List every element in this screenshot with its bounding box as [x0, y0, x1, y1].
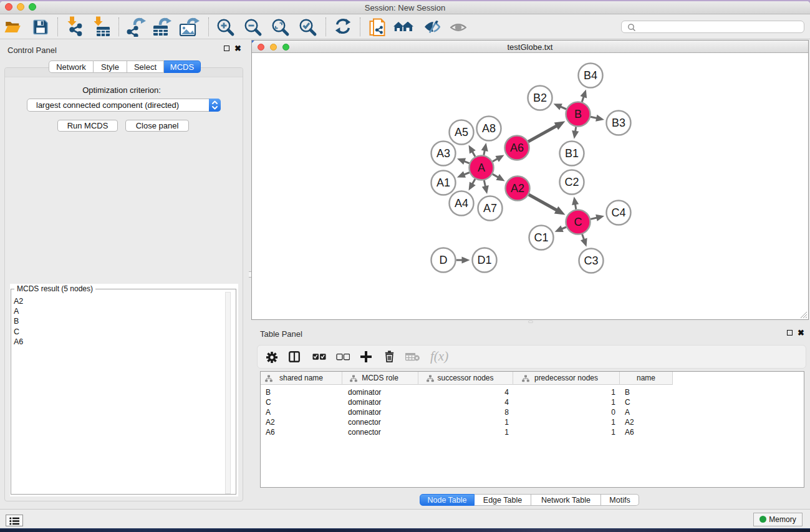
svg-text:A6: A6 — [510, 142, 524, 154]
svg-text:B3: B3 — [612, 117, 625, 129]
svg-text:C: C — [574, 216, 582, 228]
svg-text:A5: A5 — [455, 126, 468, 138]
svg-text:A3: A3 — [436, 147, 450, 160]
svg-text:B1: B1 — [565, 147, 579, 160]
svg-text:B: B — [574, 108, 582, 120]
svg-text:C2: C2 — [564, 176, 579, 188]
svg-text:A4: A4 — [455, 197, 468, 210]
svg-text:D1: D1 — [477, 254, 491, 266]
svg-text:D: D — [440, 254, 448, 266]
svg-text:C4: C4 — [611, 206, 625, 219]
svg-text:A8: A8 — [482, 122, 496, 135]
svg-text:C1: C1 — [534, 231, 548, 244]
svg-text:A1: A1 — [436, 177, 450, 189]
svg-text:A2: A2 — [511, 182, 524, 195]
svg-text:A7: A7 — [483, 202, 497, 215]
svg-text:A: A — [478, 162, 485, 174]
svg-text:C3: C3 — [584, 254, 598, 267]
svg-text:B4: B4 — [584, 69, 597, 82]
svg-text:B2: B2 — [533, 92, 547, 104]
